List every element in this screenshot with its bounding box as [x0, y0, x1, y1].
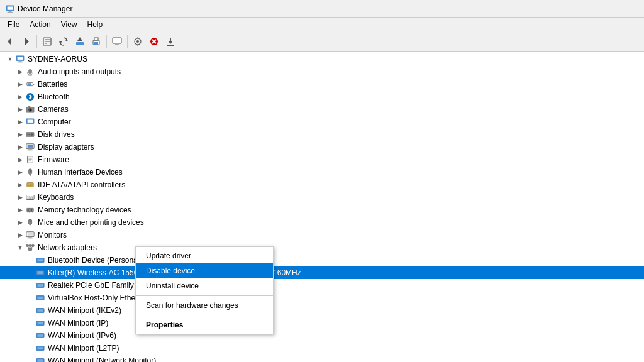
- adapter-vbox[interactable]: ▶ VirtualBox Host-Only Ethernet Adapter: [0, 292, 644, 304]
- menu-action[interactable]: Action: [25, 19, 55, 30]
- category-keyboards[interactable]: ▶ Keyboards: [0, 191, 644, 204]
- wan-ike-label: WAN Miniport (IKEv2): [48, 306, 121, 315]
- category-batteries[interactable]: ▶ Batteries: [0, 78, 644, 90]
- svg-rect-105: [38, 309, 43, 312]
- wan-ip-label: WAN Miniport (IP): [48, 319, 108, 327]
- svg-rect-64: [31, 184, 32, 185]
- firmware-label: Firmware: [38, 155, 69, 164]
- display-expand-icon: ▶: [15, 142, 25, 152]
- disk-expand-icon: ▶: [15, 129, 25, 140]
- adapter-killer[interactable]: ▶ Killer(R) Wireless-AC 1550i Wireless N…: [0, 266, 644, 279]
- svg-rect-2: [8, 11, 11, 12]
- svg-point-60: [30, 175, 31, 176]
- category-network[interactable]: ▼ Network adapters: [0, 241, 644, 254]
- adapter-wan-ip[interactable]: ▶ WAN Miniport (IP): [0, 317, 644, 329]
- adapter-realtek[interactable]: ▶ Realtek PCIe GbE Family Controller: [0, 279, 644, 292]
- adapter-wan-ike[interactable]: ▶ WAN Miniport (IKEv2): [0, 304, 644, 317]
- svg-rect-86: [28, 233, 33, 236]
- adapter-wan-ipv6[interactable]: ▶ WAN Miniport (IPv6): [0, 329, 644, 342]
- category-display[interactable]: ▶ Display adapters: [0, 141, 644, 153]
- svg-rect-71: [29, 197, 31, 198]
- computer-cat-icon: [25, 117, 35, 127]
- svg-rect-3: [8, 12, 13, 13]
- category-computer[interactable]: ▶ Computer: [0, 116, 644, 128]
- context-menu: Update driver Disable device Uninstall d…: [135, 246, 274, 334]
- svg-line-95: [30, 246, 33, 248]
- category-bluetooth[interactable]: ▶ Bluetooth: [0, 90, 644, 103]
- wan-l2tp-label: WAN Miniport (L2TP): [48, 344, 119, 353]
- ide-icon: [25, 180, 35, 190]
- title-bar: Device Manager: [0, 0, 644, 18]
- adapter-wan-l2tp[interactable]: ▶ WAN Miniport (L2TP): [0, 342, 644, 354]
- menu-view[interactable]: View: [56, 19, 82, 30]
- wan-ike-icon: [35, 305, 45, 315]
- display-button[interactable]: [109, 34, 125, 49]
- svg-rect-16: [94, 42, 98, 45]
- svg-marker-11: [60, 41, 62, 44]
- hid-label: Human Interface Devices: [38, 168, 123, 177]
- network-label: Network adapters: [38, 243, 97, 252]
- svg-rect-75: [30, 209, 30, 211]
- ctx-properties[interactable]: Properties: [136, 317, 273, 332]
- mice-label: Mice and other pointing devices: [38, 218, 144, 227]
- batteries-label: Batteries: [38, 80, 67, 89]
- ctx-disable-device[interactable]: Disable device: [136, 263, 273, 278]
- svg-rect-109: [38, 334, 43, 337]
- adapter-wan-net[interactable]: ▶ WAN Miniport (Network Monitor): [0, 354, 644, 362]
- menu-file[interactable]: File: [3, 19, 25, 30]
- back-button[interactable]: [3, 34, 18, 49]
- category-disk[interactable]: ▶ Disk drives: [0, 128, 644, 141]
- keyboards-expand-icon: ▶: [15, 192, 25, 202]
- svg-rect-19: [114, 45, 120, 45]
- svg-rect-1: [8, 6, 13, 9]
- disk-label: Disk drives: [38, 130, 75, 139]
- category-hid[interactable]: ▶ Human Interface Devices: [0, 166, 644, 178]
- wan-net-label: WAN Miniport (Network Monitor): [48, 356, 156, 362]
- svg-rect-52: [28, 149, 31, 150]
- svg-rect-44: [28, 106, 30, 108]
- ide-expand-icon: ▶: [15, 180, 25, 190]
- ctx-scan-changes[interactable]: Scan for hardware changes: [136, 298, 273, 313]
- toolbar-sep-1: [36, 35, 37, 48]
- ctx-sep-1: [136, 295, 273, 296]
- network-icon: [25, 243, 35, 253]
- svg-point-21: [136, 40, 139, 43]
- category-audio[interactable]: ▶ Audio inputs and outputs: [0, 65, 644, 78]
- adapter-bt-pan[interactable]: ▶ Bluetooth Device (Personal Area Networ…: [0, 254, 644, 266]
- forward-button[interactable]: [19, 34, 34, 49]
- refresh-button[interactable]: [56, 34, 71, 49]
- svg-rect-18: [115, 43, 119, 45]
- svg-rect-113: [38, 359, 43, 362]
- vbox-icon: [35, 293, 45, 303]
- bluetooth-expand-icon: ▶: [15, 92, 25, 102]
- root-node[interactable]: ▼ SYDNEY-AORUS: [0, 53, 644, 65]
- svg-marker-13: [77, 37, 82, 41]
- category-ide[interactable]: ▶ IDE ATA/ATAPI controllers: [0, 178, 644, 191]
- cameras-icon: [25, 104, 35, 114]
- ctx-update-driver[interactable]: Update driver: [136, 248, 273, 263]
- svg-rect-88: [28, 238, 33, 238]
- svg-marker-27: [168, 41, 173, 44]
- svg-point-84: [30, 225, 31, 226]
- error-button[interactable]: [147, 34, 162, 49]
- update-driver-button[interactable]: [72, 34, 87, 49]
- category-firmware[interactable]: ▶ Firmware: [0, 153, 644, 166]
- menu-bar: File Action View Help: [0, 18, 644, 31]
- properties-button[interactable]: [40, 34, 55, 49]
- svg-rect-79: [31, 212, 31, 213]
- menu-help[interactable]: Help: [82, 19, 108, 30]
- memory-icon: [25, 205, 35, 215]
- svg-rect-74: [28, 209, 29, 211]
- category-memory[interactable]: ▶ Memory technology devices: [0, 204, 644, 216]
- scan-button[interactable]: [130, 34, 145, 49]
- ctx-uninstall-device[interactable]: Uninstall device: [136, 278, 273, 293]
- tree-view[interactable]: ▼ SYDNEY-AORUS ▶: [0, 52, 644, 362]
- keyboards-icon: [25, 192, 35, 202]
- download-button[interactable]: [163, 34, 178, 49]
- category-mice[interactable]: ▶ Mice and other pointing devices: [0, 216, 644, 229]
- print-button[interactable]: [89, 34, 104, 49]
- category-monitors[interactable]: ▶ Monitors: [0, 229, 644, 241]
- category-cameras[interactable]: ▶ Cameras: [0, 103, 644, 116]
- toolbar-sep-3: [127, 35, 128, 48]
- bluetooth-icon: [25, 92, 35, 102]
